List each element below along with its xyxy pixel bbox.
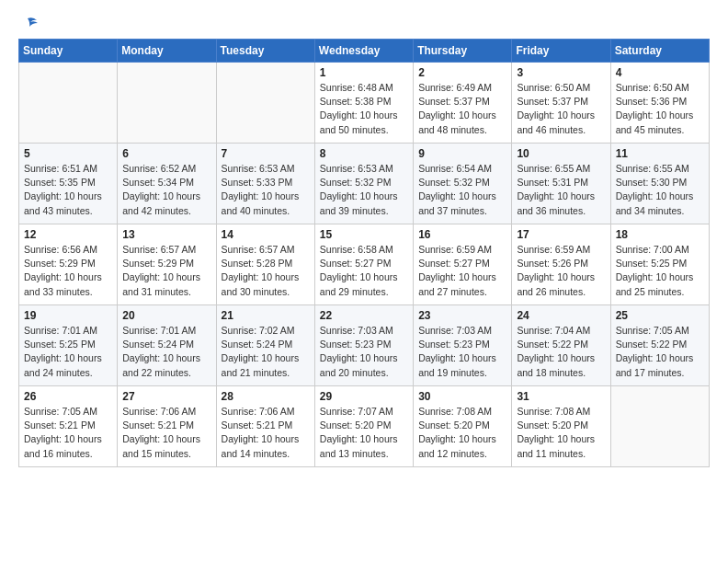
day-info: Sunrise: 7:05 AM Sunset: 5:22 PM Dayligh… xyxy=(616,324,704,380)
calendar-cell: 17Sunrise: 6:59 AM Sunset: 5:26 PM Dayli… xyxy=(512,224,610,305)
day-info: Sunrise: 7:03 AM Sunset: 5:23 PM Dayligh… xyxy=(418,324,506,380)
day-number: 20 xyxy=(122,309,210,322)
calendar-cell: 18Sunrise: 7:00 AM Sunset: 5:25 PM Dayli… xyxy=(610,224,709,305)
day-info: Sunrise: 7:01 AM Sunset: 5:25 PM Dayligh… xyxy=(24,324,112,380)
day-info: Sunrise: 7:01 AM Sunset: 5:24 PM Dayligh… xyxy=(122,324,210,380)
calendar-cell: 1Sunrise: 6:48 AM Sunset: 5:38 PM Daylig… xyxy=(314,63,413,144)
calendar-cell: 14Sunrise: 6:57 AM Sunset: 5:28 PM Dayli… xyxy=(216,224,314,305)
calendar-cell: 2Sunrise: 6:49 AM Sunset: 5:37 PM Daylig… xyxy=(414,63,512,144)
day-info: Sunrise: 7:02 AM Sunset: 5:24 PM Dayligh… xyxy=(222,324,310,380)
day-number: 31 xyxy=(517,390,605,403)
day-info: Sunrise: 6:50 AM Sunset: 5:36 PM Dayligh… xyxy=(616,81,704,137)
day-number: 30 xyxy=(418,390,506,403)
calendar-cell: 8Sunrise: 6:53 AM Sunset: 5:32 PM Daylig… xyxy=(314,144,413,224)
day-info: Sunrise: 6:53 AM Sunset: 5:32 PM Dayligh… xyxy=(320,162,408,218)
day-info: Sunrise: 7:04 AM Sunset: 5:22 PM Dayligh… xyxy=(517,324,605,380)
day-number: 25 xyxy=(616,309,704,322)
day-info: Sunrise: 6:49 AM Sunset: 5:37 PM Dayligh… xyxy=(418,81,506,137)
day-number: 13 xyxy=(122,228,210,241)
calendar-week-3: 12Sunrise: 6:56 AM Sunset: 5:29 PM Dayli… xyxy=(19,224,710,305)
calendar-cell: 12Sunrise: 6:56 AM Sunset: 5:29 PM Dayli… xyxy=(19,224,118,305)
day-number: 12 xyxy=(24,228,112,241)
day-number: 14 xyxy=(222,228,310,241)
day-info: Sunrise: 6:54 AM Sunset: 5:32 PM Dayligh… xyxy=(418,162,506,218)
weekday-header-tuesday: Tuesday xyxy=(216,40,314,63)
calendar-cell: 27Sunrise: 7:06 AM Sunset: 5:21 PM Dayli… xyxy=(118,386,216,467)
day-info: Sunrise: 7:08 AM Sunset: 5:20 PM Dayligh… xyxy=(418,405,506,461)
calendar-cell xyxy=(216,63,314,144)
day-number: 4 xyxy=(616,66,704,79)
weekday-header-sunday: Sunday xyxy=(19,40,118,63)
day-number: 23 xyxy=(418,309,506,322)
day-number: 17 xyxy=(517,228,605,241)
calendar-cell xyxy=(19,63,118,144)
day-info: Sunrise: 6:58 AM Sunset: 5:27 PM Dayligh… xyxy=(320,243,408,299)
calendar-cell: 5Sunrise: 6:51 AM Sunset: 5:35 PM Daylig… xyxy=(19,144,118,224)
calendar-week-2: 5Sunrise: 6:51 AM Sunset: 5:35 PM Daylig… xyxy=(19,144,710,224)
day-number: 7 xyxy=(222,147,310,160)
calendar-cell: 10Sunrise: 6:55 AM Sunset: 5:31 PM Dayli… xyxy=(512,144,610,224)
calendar-header-row: SundayMondayTuesdayWednesdayThursdayFrid… xyxy=(19,40,710,63)
day-info: Sunrise: 6:55 AM Sunset: 5:30 PM Dayligh… xyxy=(616,162,704,218)
weekday-header-wednesday: Wednesday xyxy=(314,40,413,63)
calendar-cell: 23Sunrise: 7:03 AM Sunset: 5:23 PM Dayli… xyxy=(414,305,512,386)
day-number: 15 xyxy=(320,228,408,241)
day-number: 19 xyxy=(24,309,112,322)
day-info: Sunrise: 7:07 AM Sunset: 5:20 PM Dayligh… xyxy=(320,405,408,461)
day-number: 28 xyxy=(222,390,310,403)
day-info: Sunrise: 7:05 AM Sunset: 5:21 PM Dayligh… xyxy=(24,405,112,461)
day-number: 8 xyxy=(320,147,408,160)
day-number: 18 xyxy=(616,228,704,241)
day-number: 6 xyxy=(122,147,210,160)
calendar-cell: 3Sunrise: 6:50 AM Sunset: 5:37 PM Daylig… xyxy=(512,63,610,144)
calendar-cell: 31Sunrise: 7:08 AM Sunset: 5:20 PM Dayli… xyxy=(512,386,610,467)
calendar-cell: 19Sunrise: 7:01 AM Sunset: 5:25 PM Dayli… xyxy=(19,305,118,386)
day-info: Sunrise: 6:57 AM Sunset: 5:29 PM Dayligh… xyxy=(122,243,210,299)
calendar-table: SundayMondayTuesdayWednesdayThursdayFrid… xyxy=(18,39,710,467)
calendar-cell: 26Sunrise: 7:05 AM Sunset: 5:21 PM Dayli… xyxy=(19,386,118,467)
day-info: Sunrise: 6:53 AM Sunset: 5:33 PM Dayligh… xyxy=(222,162,310,218)
day-info: Sunrise: 7:06 AM Sunset: 5:21 PM Dayligh… xyxy=(122,405,210,461)
day-info: Sunrise: 6:50 AM Sunset: 5:37 PM Dayligh… xyxy=(517,81,605,137)
calendar-cell: 13Sunrise: 6:57 AM Sunset: 5:29 PM Dayli… xyxy=(118,224,216,305)
calendar-cell: 30Sunrise: 7:08 AM Sunset: 5:20 PM Dayli… xyxy=(414,386,512,467)
day-number: 11 xyxy=(616,147,704,160)
calendar-cell xyxy=(610,386,709,467)
day-info: Sunrise: 7:06 AM Sunset: 5:21 PM Dayligh… xyxy=(222,405,310,461)
page-header xyxy=(18,15,710,31)
day-info: Sunrise: 6:56 AM Sunset: 5:29 PM Dayligh… xyxy=(24,243,112,299)
day-number: 2 xyxy=(418,66,506,79)
calendar-cell: 29Sunrise: 7:07 AM Sunset: 5:20 PM Dayli… xyxy=(314,386,413,467)
logo xyxy=(18,15,40,31)
day-info: Sunrise: 6:48 AM Sunset: 5:38 PM Dayligh… xyxy=(320,81,408,137)
calendar-cell: 24Sunrise: 7:04 AM Sunset: 5:22 PM Dayli… xyxy=(512,305,610,386)
calendar-cell: 21Sunrise: 7:02 AM Sunset: 5:24 PM Dayli… xyxy=(216,305,314,386)
day-number: 16 xyxy=(418,228,506,241)
calendar-week-1: 1Sunrise: 6:48 AM Sunset: 5:38 PM Daylig… xyxy=(19,63,710,144)
calendar-cell: 7Sunrise: 6:53 AM Sunset: 5:33 PM Daylig… xyxy=(216,144,314,224)
day-info: Sunrise: 7:03 AM Sunset: 5:23 PM Dayligh… xyxy=(320,324,408,380)
weekday-header-friday: Friday xyxy=(512,40,610,63)
day-number: 10 xyxy=(517,147,605,160)
day-info: Sunrise: 6:55 AM Sunset: 5:31 PM Dayligh… xyxy=(517,162,605,218)
calendar-cell: 20Sunrise: 7:01 AM Sunset: 5:24 PM Dayli… xyxy=(118,305,216,386)
day-number: 24 xyxy=(517,309,605,322)
day-number: 1 xyxy=(320,66,408,79)
day-number: 29 xyxy=(320,390,408,403)
day-info: Sunrise: 6:57 AM Sunset: 5:28 PM Dayligh… xyxy=(222,243,310,299)
calendar-cell: 11Sunrise: 6:55 AM Sunset: 5:30 PM Dayli… xyxy=(610,144,709,224)
day-info: Sunrise: 7:00 AM Sunset: 5:25 PM Dayligh… xyxy=(616,243,704,299)
day-number: 26 xyxy=(24,390,112,403)
weekday-header-thursday: Thursday xyxy=(414,40,512,63)
logo-bird-icon xyxy=(20,15,40,35)
calendar-cell xyxy=(118,63,216,144)
day-number: 21 xyxy=(222,309,310,322)
calendar-cell: 25Sunrise: 7:05 AM Sunset: 5:22 PM Dayli… xyxy=(610,305,709,386)
day-number: 9 xyxy=(418,147,506,160)
day-info: Sunrise: 6:59 AM Sunset: 5:26 PM Dayligh… xyxy=(517,243,605,299)
calendar-cell: 4Sunrise: 6:50 AM Sunset: 5:36 PM Daylig… xyxy=(610,63,709,144)
calendar-cell: 9Sunrise: 6:54 AM Sunset: 5:32 PM Daylig… xyxy=(414,144,512,224)
day-number: 5 xyxy=(24,147,112,160)
calendar-cell: 22Sunrise: 7:03 AM Sunset: 5:23 PM Dayli… xyxy=(314,305,413,386)
weekday-header-monday: Monday xyxy=(118,40,216,63)
